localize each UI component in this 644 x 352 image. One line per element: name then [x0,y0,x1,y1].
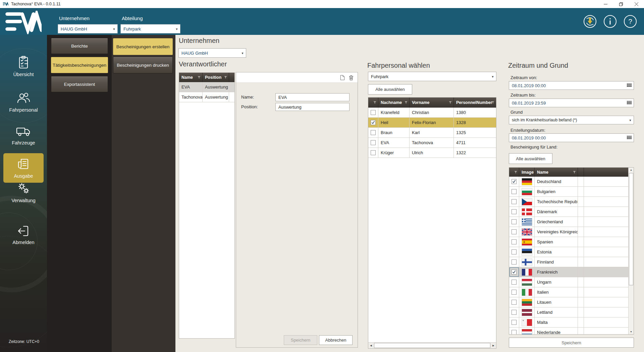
scroll-up-icon[interactable]: ▲ [629,168,634,172]
country-vscrollbar[interactable]: ▲ ▼ [628,168,634,334]
sidebar-item-ausgabe[interactable]: Ausgabe [3,153,44,183]
row-checkbox[interactable] [371,120,376,125]
filter-funnel-icon[interactable] [405,100,408,105]
row-checkbox[interactable] [371,150,376,155]
row-checkbox[interactable] [512,280,517,285]
minimize-button[interactable] [598,0,613,8]
row-checkbox[interactable] [371,140,376,145]
column-header[interactable]: Name [535,168,578,177]
country-row[interactable]: Niederlande [509,328,629,334]
vscroll-thumb[interactable] [629,173,633,285]
hscroll-thumb[interactable] [374,343,490,348]
filter-funnel-icon[interactable] [514,170,517,175]
row-checkbox[interactable] [512,320,517,325]
country-row[interactable]: Tschechische Republik [509,197,629,207]
company-section-dropdown[interactable]: HAUG GmbH ▾ [178,48,246,58]
personnel-row[interactable]: KrügerUlrich1322 [368,148,496,158]
country-row[interactable]: Italien [509,287,629,297]
sidebar-item-uebersicht[interactable]: Übersicht [0,55,47,77]
period-to-input[interactable]: 08.01.2019 23:59 [509,99,634,107]
detail-position-input[interactable]: Auswertung [275,103,350,111]
column-header[interactable] [584,168,629,177]
row-checkbox[interactable] [371,130,376,135]
nav2-button[interactable]: Tätigkeitsbescheinigungen [51,57,108,73]
scroll-right-icon[interactable]: ▶ [491,343,496,348]
created-input[interactable]: 08.01.2019 00:00 [509,133,634,142]
personnel-row[interactable]: HeilFelix-Florian1328 [368,118,496,128]
sidebar-item-fahrzeuge[interactable]: Fahrzeuge [0,125,47,145]
nav2-button[interactable]: Exportassistent [51,76,108,92]
country-row[interactable]: Deutschland [509,177,629,187]
column-header[interactable] [368,98,378,108]
filter-funnel-icon[interactable] [491,100,494,105]
row-checkbox[interactable] [512,219,517,224]
row-checkbox[interactable] [512,270,517,275]
restore-button[interactable] [613,0,629,8]
responsible-row[interactable]: EVAAuswertung [179,82,234,92]
country-row[interactable]: Finnland [509,257,629,267]
filter-funnel-icon[interactable] [449,100,452,105]
row-checkbox[interactable] [512,249,517,254]
filter-funnel-icon[interactable] [198,75,201,80]
column-header[interactable] [578,168,584,177]
filter-funnel-icon[interactable] [573,170,576,175]
row-checkbox[interactable] [512,310,517,315]
nav2-button[interactable]: Berichte [51,38,108,54]
company-dropdown[interactable]: HAUG GmbH ▾ [58,24,118,34]
country-row[interactable]: Frankreich [509,267,629,277]
country-row[interactable]: Bulgarien [509,187,629,197]
column-header[interactable]: PersonnelNumber [454,98,496,108]
delete-icon[interactable] [349,75,354,80]
scroll-left-icon[interactable]: ◀ [368,343,374,348]
personnel-row[interactable]: EVATachonova4711 [368,138,496,148]
row-checkbox[interactable] [512,259,517,265]
country-row[interactable]: Spanien [509,237,629,247]
calendar-icon[interactable] [625,83,634,87]
country-row[interactable]: Griechenland [509,217,629,227]
column-header[interactable]: Image [519,168,535,177]
row-checkbox[interactable] [371,110,376,115]
detail-cancel-button[interactable]: Abbrechen [319,335,353,345]
row-checkbox[interactable] [512,179,517,184]
row-checkbox[interactable] [512,330,517,334]
country-save-button[interactable]: Speichern [509,338,634,348]
nav3-button[interactable]: Bescheinigungen erstellen [113,38,173,55]
close-button[interactable] [629,0,644,8]
detail-save-button[interactable]: Speichern [284,335,317,345]
department-dropdown[interactable]: Fuhrpark ▾ [120,24,180,34]
new-document-icon[interactable] [340,75,345,80]
filter-funnel-icon[interactable] [224,75,227,80]
sidebar-item-abmelden[interactable]: Abmelden [0,224,47,245]
row-checkbox[interactable] [512,229,517,234]
row-checkbox[interactable] [512,189,517,194]
personnel-row[interactable]: BraunKarl1325 [368,128,496,138]
row-checkbox[interactable] [512,290,517,295]
row-checkbox[interactable] [512,239,517,244]
sidebar-item-verwaltung[interactable]: Verwaltung [0,181,47,203]
column-header[interactable]: Vorname [410,98,454,108]
column-header[interactable] [229,73,234,82]
country-select-all-button[interactable]: Alle auswählen [509,153,552,164]
sidebar-item-fahrpersonal[interactable]: Fahrpersonal [0,91,47,113]
country-row[interactable]: Dänemark [509,207,629,217]
column-header[interactable]: Nachname [378,98,410,108]
row-checkbox[interactable] [512,209,517,214]
personnel-hscrollbar[interactable]: ◀ ▶ [368,342,496,348]
country-row[interactable]: Malta [509,317,629,328]
country-row[interactable]: Litauen [509,297,629,307]
row-checkbox[interactable] [512,199,517,204]
country-row[interactable]: Estonia [509,247,629,257]
responsible-row[interactable]: TachonovaAuswertung [179,92,234,102]
scroll-down-icon[interactable]: ▼ [629,330,634,334]
country-row[interactable]: Lettland [509,307,629,317]
country-row[interactable]: Vereinigtes Königreich [509,227,629,237]
filter-funnel-icon[interactable] [373,100,376,105]
calendar-icon[interactable] [625,101,634,105]
reason-dropdown[interactable]: sich im Krankheitsurlaub befand (*) ▾ [509,116,634,124]
help-icon[interactable]: ? [624,15,637,28]
personnel-department-dropdown[interactable]: Fuhrpark ▾ [368,72,496,81]
personnel-select-all-button[interactable]: Alle auswählen [368,84,412,95]
update-download-icon[interactable] [583,15,597,28]
column-header[interactable] [509,168,519,177]
column-header[interactable]: Name [179,73,203,82]
